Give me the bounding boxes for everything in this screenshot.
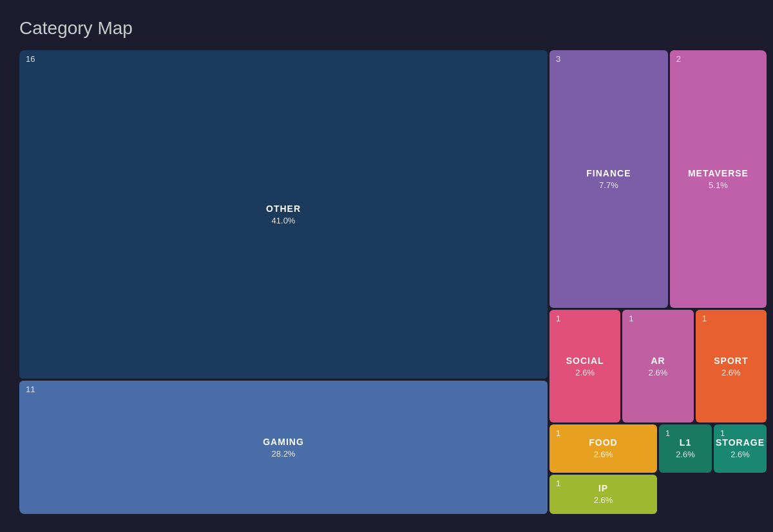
- right-top-row: 3 FINANCE 7.7% 2 METAVERSE 5.1%: [549, 50, 767, 308]
- sport-value: 2.6%: [721, 368, 741, 377]
- ar-value: 2.6%: [649, 368, 668, 377]
- cell-food[interactable]: 1 FOOD 2.6%: [549, 424, 657, 473]
- food-label: FOOD: [589, 437, 617, 448]
- gaming-count: 11: [26, 385, 35, 394]
- l1-label: L1: [680, 437, 691, 448]
- right-bottom-right-top: 1 L1 2.6% 1 STORAGE 2.6%: [659, 424, 767, 473]
- cell-gaming[interactable]: 11 GAMING 28.2%: [19, 381, 548, 514]
- right-bottom-right: 1 L1 2.6% 1 STORAGE 2.6%: [659, 424, 767, 514]
- cell-storage[interactable]: 1 STORAGE 2.6%: [714, 424, 767, 473]
- gaming-label: GAMING: [263, 437, 304, 447]
- ip-count: 1: [556, 479, 560, 488]
- ip-label: IP: [598, 483, 608, 493]
- storage-count: 1: [720, 428, 725, 438]
- food-count: 1: [556, 428, 560, 438]
- right-column: 3 FINANCE 7.7% 2 METAVERSE 5.1% 1 SOCIAL…: [549, 50, 767, 514]
- l1-value: 2.6%: [676, 450, 695, 459]
- sport-label: SPORT: [714, 356, 748, 366]
- finance-label: FINANCE: [586, 168, 631, 178]
- cell-sport[interactable]: 1 SPORT 2.6%: [696, 310, 767, 423]
- ar-label: AR: [651, 356, 665, 366]
- right-bottom-left: 1 FOOD 2.6% 1 IP 2.6%: [549, 424, 657, 514]
- social-label: SOCIAL: [566, 356, 604, 366]
- other-label: OTHER: [266, 204, 301, 214]
- cell-finance[interactable]: 3 FINANCE 7.7%: [549, 50, 668, 308]
- finance-count: 3: [556, 54, 560, 64]
- treemap: 16 OTHER 41.0% 11 GAMING 28.2% 3 FINANCE…: [19, 50, 767, 514]
- right-bottom-area: 1 FOOD 2.6% 1 IP 2.6% 1 L1: [549, 424, 767, 514]
- gaming-value: 28.2%: [272, 449, 296, 459]
- ip-value: 2.6%: [594, 495, 613, 505]
- cell-l1[interactable]: 1 L1 2.6%: [659, 424, 712, 473]
- l1-count: 1: [665, 428, 670, 438]
- finance-value: 7.7%: [599, 180, 618, 190]
- food-value: 2.6%: [594, 450, 613, 459]
- cell-ar[interactable]: 1 AR 2.6%: [622, 310, 693, 423]
- cell-ip[interactable]: 1 IP 2.6%: [549, 475, 657, 514]
- other-value: 41.0%: [272, 216, 296, 225]
- metaverse-label: METAVERSE: [688, 168, 749, 178]
- cell-other[interactable]: 16 OTHER 41.0%: [19, 50, 548, 379]
- metaverse-value: 5.1%: [709, 180, 728, 190]
- other-count: 16: [26, 54, 35, 64]
- social-count: 1: [556, 314, 560, 323]
- cell-social[interactable]: 1 SOCIAL 2.6%: [549, 310, 620, 423]
- storage-value: 2.6%: [730, 450, 750, 459]
- chart-container: Category Map 16 OTHER 41.0% 11 GAMING 28…: [6, 5, 767, 527]
- right-mid-row: 1 SOCIAL 2.6% 1 AR 2.6% 1 SPORT 2.6%: [549, 310, 767, 423]
- chart-title: Category Map: [19, 18, 754, 39]
- social-value: 2.6%: [575, 368, 595, 377]
- storage-label: STORAGE: [716, 437, 765, 448]
- sport-count: 1: [702, 314, 707, 323]
- ar-count: 1: [629, 314, 633, 323]
- cell-metaverse[interactable]: 2 METAVERSE 5.1%: [670, 50, 767, 308]
- left-column: 16 OTHER 41.0% 11 GAMING 28.2%: [19, 50, 548, 514]
- metaverse-count: 2: [676, 54, 681, 64]
